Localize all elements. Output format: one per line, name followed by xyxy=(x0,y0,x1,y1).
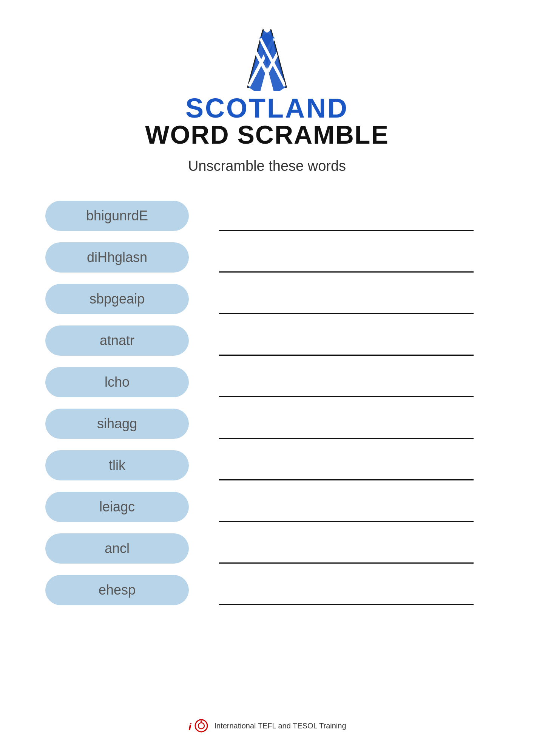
word-row: ancl xyxy=(45,533,489,564)
word-pill-4: atnatr xyxy=(45,325,189,356)
word-pill-8: leiagc xyxy=(45,492,189,522)
word-pill-2: diHhglasn xyxy=(45,242,189,273)
flags-logo xyxy=(225,23,309,91)
word-row: diHhglasn xyxy=(45,242,489,273)
subtitle: Unscramble these words xyxy=(188,158,346,174)
answer-line-6 xyxy=(219,438,474,439)
word-row: tlik xyxy=(45,450,489,480)
word-pill-6: sihagg xyxy=(45,409,189,439)
answer-line-1 xyxy=(219,230,474,231)
title-wordscramble: WORD SCRAMBLE xyxy=(145,122,389,147)
answer-line-10 xyxy=(219,604,474,605)
word-row: sihagg xyxy=(45,409,489,439)
answer-line-9 xyxy=(219,562,474,564)
scrambled-word-2: diHhglasn xyxy=(87,249,147,265)
answer-line-7 xyxy=(219,479,474,480)
answer-line-5 xyxy=(219,396,474,397)
answer-line-container-10 xyxy=(189,575,489,605)
word-row: ehesp xyxy=(45,575,489,605)
answer-line-container-5 xyxy=(189,367,489,397)
page-container: SCOTLAND WORD SCRAMBLE Unscramble these … xyxy=(0,0,534,756)
word-row: atnatr xyxy=(45,325,489,356)
word-pill-10: ehesp xyxy=(45,575,189,605)
word-pill-5: lcho xyxy=(45,367,189,397)
footer-brand-text: International TEFL and TESOL Training xyxy=(214,722,346,730)
header: SCOTLAND WORD SCRAMBLE Unscramble these … xyxy=(145,23,389,189)
word-row: sbpgeaip xyxy=(45,284,489,314)
answer-line-8 xyxy=(219,521,474,522)
word-pill-3: sbpgeaip xyxy=(45,284,189,314)
scrambled-word-5: lcho xyxy=(105,374,130,390)
words-container: bhigunrdE diHhglasn sbpgeaip xyxy=(30,201,504,617)
answer-line-3 xyxy=(219,313,474,314)
title-scotland: SCOTLAND xyxy=(185,94,349,122)
scrambled-word-1: bhigunrdE xyxy=(86,208,148,224)
answer-line-container-9 xyxy=(189,533,489,564)
svg-text:i: i xyxy=(188,721,192,733)
word-row: lcho xyxy=(45,367,489,397)
answer-line-container-4 xyxy=(189,325,489,356)
scrambled-word-6: sihagg xyxy=(97,416,137,432)
answer-line-container-1 xyxy=(189,201,489,231)
footer: i International TEFL and TESOL Training xyxy=(188,703,346,733)
itt-logo-icon: i xyxy=(188,718,210,733)
word-pill-1: bhigunrdE xyxy=(45,201,189,231)
scrambled-word-3: sbpgeaip xyxy=(90,291,145,307)
answer-line-container-3 xyxy=(189,284,489,314)
answer-line-4 xyxy=(219,355,474,356)
svg-point-15 xyxy=(201,720,202,722)
word-pill-7: tlik xyxy=(45,450,189,480)
scrambled-word-4: atnatr xyxy=(100,333,134,349)
answer-line-container-2 xyxy=(189,242,489,273)
answer-line-2 xyxy=(219,271,474,273)
scrambled-word-7: tlik xyxy=(109,457,125,473)
scrambled-word-9: ancl xyxy=(105,541,130,556)
answer-line-container-8 xyxy=(189,492,489,522)
scrambled-word-8: leiagc xyxy=(99,499,135,515)
word-row: bhigunrdE xyxy=(45,201,489,231)
word-row: leiagc xyxy=(45,492,489,522)
svg-point-14 xyxy=(198,723,204,729)
scrambled-word-10: ehesp xyxy=(99,582,136,598)
word-pill-9: ancl xyxy=(45,533,189,564)
answer-line-container-7 xyxy=(189,450,489,480)
answer-line-container-6 xyxy=(189,409,489,439)
